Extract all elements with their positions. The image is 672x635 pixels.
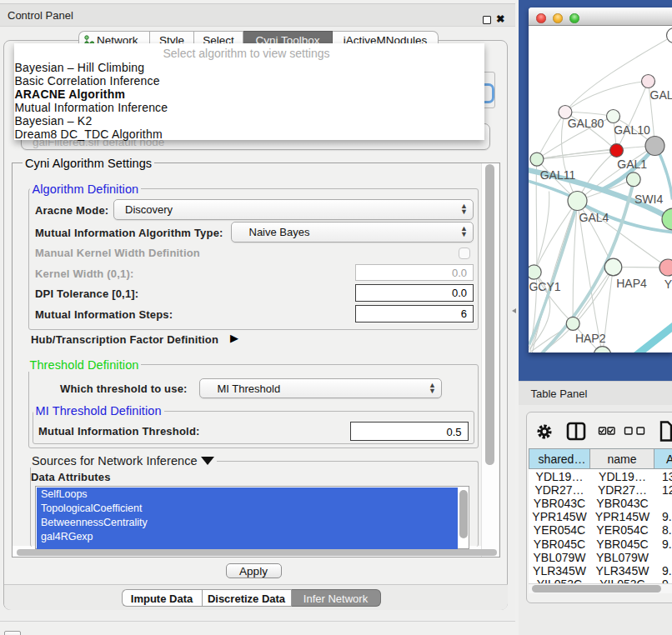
svg-text:GAL1: GAL1	[617, 158, 647, 171]
svg-text:GAL11: GAL11	[539, 168, 575, 182]
svg-text:Y: Y	[664, 278, 672, 291]
svg-text:GCY1: GCY1	[529, 280, 560, 293]
svg-text:GAL4: GAL4	[579, 211, 609, 224]
svg-text:GAL10: GAL10	[614, 123, 650, 137]
svg-text:GAL7: GAL7	[649, 88, 672, 102]
svg-text:HAP2: HAP2	[574, 332, 605, 345]
svg-text:SWI4: SWI4	[634, 192, 662, 206]
svg-text:GAL80: GAL80	[567, 117, 604, 130]
svg-text:HAP4: HAP4	[616, 277, 647, 290]
